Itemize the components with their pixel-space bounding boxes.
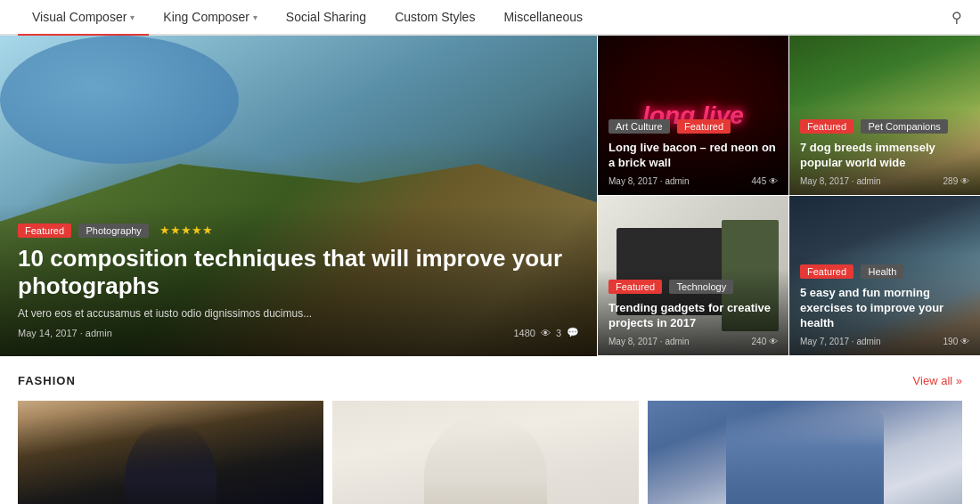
- card-health-meta: May 7, 2017 · admin 190 👁: [800, 337, 969, 346]
- hero-author: admin: [86, 328, 112, 338]
- hero-main-stats: 1480 👁 3 💬: [513, 327, 579, 338]
- nav-item-social-sharing[interactable]: Social Sharing: [272, 0, 380, 36]
- card-tech-tags: Featured Technology: [608, 278, 778, 301]
- fashion-grid: [18, 401, 962, 504]
- card-neon-date-author: May 8, 2017 · admin: [608, 176, 690, 186]
- card-dog[interactable]: Featured Pet Companions 7 dog breeds imm…: [788, 36, 980, 196]
- card-neon-views: 445 👁: [752, 176, 778, 186]
- hero-main-card[interactable]: Featured Photography ★★★★★ 10 compositio…: [0, 36, 597, 356]
- tag-health: Health: [861, 264, 903, 279]
- card-tech-meta: May 8, 2017 · admin 240 👁: [608, 337, 778, 346]
- fashion-section: FASHION View all »: [0, 356, 980, 504]
- nav-items: Visual Composer ▾ King Composer ▾ Social…: [18, 0, 951, 34]
- hero-date: May 14, 2017: [18, 328, 78, 338]
- comments-icon: 💬: [567, 327, 579, 338]
- views-icon: 👁: [769, 337, 778, 346]
- card-neon-meta: May 8, 2017 · admin 445 👁: [608, 176, 778, 186]
- card-dog-meta: May 8, 2017 · admin 289 👁: [800, 176, 969, 186]
- search-icon[interactable]: ⚲: [951, 9, 962, 26]
- tag-art-culture: Art Culture: [608, 119, 670, 134]
- card-neon-tags: Art Culture Featured: [608, 118, 778, 141]
- card-health-views: 190 👁: [943, 337, 969, 346]
- card-health-date-author: May 7, 2017 · admin: [800, 337, 881, 346]
- chevron-down-icon: ▾: [130, 12, 135, 22]
- card-dog-tags: Featured Pet Companions: [800, 118, 969, 141]
- nav-item-miscellaneous[interactable]: Miscellaneous: [489, 0, 597, 36]
- card-neon-title: Long live bacon – red neon on a brick wa…: [608, 141, 778, 171]
- hero-main-excerpt: At vero eos et accusamus et iusto odio d…: [18, 307, 579, 320]
- fashion-section-header: FASHION View all »: [18, 374, 962, 387]
- hero-comments: 3: [556, 328, 561, 338]
- card-health-title: 5 easy and fun morning exercises to impr…: [800, 286, 969, 331]
- tag-photography: Photography: [78, 224, 148, 238]
- nav-label-social-sharing: Social Sharing: [286, 10, 366, 24]
- view-all-link[interactable]: View all »: [913, 374, 962, 387]
- fashion-section-title: FASHION: [18, 374, 76, 387]
- tag-technology: Technology: [669, 280, 733, 294]
- tag-featured: Featured: [800, 119, 853, 134]
- nav-label-king-composer: King Composer: [163, 10, 249, 24]
- nav-label-visual-composer: Visual Composer: [32, 10, 127, 24]
- card-tech[interactable]: Featured Technology Trending gadgets for…: [597, 196, 788, 356]
- fashion-card-3[interactable]: [648, 401, 962, 504]
- nav-label-miscellaneous: Miscellaneous: [503, 10, 583, 24]
- card-dog-title: 7 dog breeds immensely popular world wid…: [800, 141, 969, 171]
- hero-grid: Featured Photography ★★★★★ 10 compositio…: [0, 36, 980, 356]
- card-tech-views: 240 👁: [752, 337, 778, 346]
- tag-featured: Featured: [677, 119, 731, 134]
- card-health-tags: Featured Health: [800, 263, 969, 286]
- nav-item-visual-composer[interactable]: Visual Composer ▾: [18, 0, 149, 36]
- hero-main-date-author: May 14, 2017 · admin: [18, 328, 112, 338]
- views-icon: 👁: [960, 176, 969, 186]
- hero-main-meta: May 14, 2017 · admin 1480 👁 3 💬: [18, 327, 579, 338]
- views-icon: 👁: [541, 328, 551, 338]
- fashion-card-2[interactable]: [332, 401, 638, 504]
- hero-stars: ★★★★★: [159, 224, 213, 237]
- card-neon[interactable]: long live Art Culture Featured Long live…: [597, 36, 788, 196]
- tag-featured: Featured: [18, 224, 71, 238]
- tag-pet-companions: Pet Companions: [861, 119, 947, 134]
- card-health[interactable]: Featured Health 5 easy and fun morning e…: [788, 196, 980, 356]
- card-tech-date-author: May 8, 2017 · admin: [608, 337, 690, 346]
- tag-featured: Featured: [800, 264, 853, 279]
- nav-item-custom-styles[interactable]: Custom Styles: [380, 0, 489, 36]
- card-dog-views: 289 👁: [943, 176, 969, 186]
- views-icon: 👁: [960, 337, 969, 346]
- hero-main-tags: Featured Photography ★★★★★: [18, 222, 579, 245]
- tag-featured: Featured: [608, 280, 662, 294]
- card-tech-title: Trending gadgets for creative projects i…: [608, 301, 778, 331]
- views-icon: 👁: [769, 176, 778, 186]
- hero-main-title: 10 composition techniques that will impr…: [18, 245, 579, 300]
- card-dog-date-author: May 8, 2017 · admin: [800, 176, 881, 186]
- fashion-card-1[interactable]: [18, 401, 323, 504]
- hero-views: 1480: [513, 328, 535, 338]
- nav-label-custom-styles: Custom Styles: [395, 10, 475, 24]
- main-nav: Visual Composer ▾ King Composer ▾ Social…: [0, 0, 980, 36]
- chevron-down-icon: ▾: [253, 12, 257, 22]
- nav-item-king-composer[interactable]: King Composer ▾: [149, 0, 272, 36]
